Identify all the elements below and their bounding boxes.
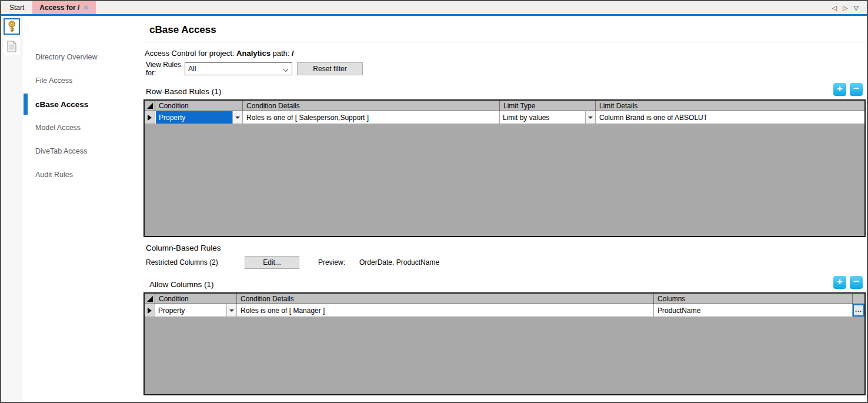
col-header-condition-details[interactable]: Condition Details — [237, 294, 654, 304]
col-header-condition-details[interactable]: Condition Details — [243, 101, 500, 111]
title-divider — [143, 42, 866, 42]
row-rules-grid: Condition Condition Details Limit Type L… — [143, 99, 866, 237]
add-allow-column-button[interactable]: + — [833, 276, 846, 289]
condition-dropdown-button[interactable] — [232, 111, 242, 124]
tab-list-icon[interactable]: ▽ — [854, 4, 859, 12]
sidebar-item-audit-rules[interactable]: Audit Rules — [22, 163, 141, 186]
tab-strip: Start Access for / ✕ ◁ ▷ ▽ — [1, 1, 867, 14]
condition-dropdown-button[interactable] — [226, 304, 236, 317]
corner-triangle-icon — [147, 296, 153, 302]
project-name: Analytics — [236, 49, 271, 58]
edit-button-label: Edit... — [263, 258, 281, 267]
limit-type-dropdown-button[interactable] — [585, 111, 595, 124]
tabstrip-spacer — [96, 1, 832, 14]
sidebar-item-cbase-access[interactable]: cBase Access — [22, 92, 141, 116]
path-value: / — [292, 49, 294, 58]
condition-value: Property — [155, 304, 226, 317]
row-rules-toolbar: + − — [833, 83, 866, 96]
col-header-more — [853, 294, 864, 304]
nav-forward-icon[interactable]: ▷ — [843, 4, 847, 12]
row-indicator[interactable] — [145, 304, 155, 317]
edit-columns-more-button[interactable]: ... — [853, 304, 864, 317]
sidebar-item-file-access[interactable]: File Access — [22, 69, 141, 92]
sidebar-item-divetab-access[interactable]: DiveTab Access — [22, 139, 141, 163]
reset-filter-button[interactable]: Reset filter — [297, 62, 363, 75]
row-rule-row: Property Roles is one of [ Salesperson,S… — [145, 111, 864, 124]
add-row-rule-button[interactable]: + — [833, 83, 846, 96]
tab-start[interactable]: Start — [1, 1, 32, 14]
sidebar-item-label: File Access — [35, 76, 72, 85]
document-icon — [6, 41, 17, 52]
app-window: Start Access for / ✕ ◁ ▷ ▽ — [0, 0, 868, 403]
access-prefix: Access Control for project: — [145, 49, 234, 58]
path-label: path: — [273, 49, 290, 58]
condition-value: Property — [156, 111, 232, 124]
reset-filter-label: Reset filter — [313, 65, 346, 73]
access-key-button[interactable] — [4, 18, 20, 35]
select-all-corner[interactable] — [145, 294, 155, 304]
allow-columns-grid-empty-area — [145, 317, 864, 394]
nav-back-icon[interactable]: ◁ — [832, 4, 837, 12]
selected-accent-bar — [24, 94, 28, 115]
sidebar-item-directory-overview[interactable]: Directory Overview — [22, 45, 141, 69]
sidebar-item-model-access[interactable]: Model Access — [22, 116, 141, 139]
tab-access-for[interactable]: Access for / ✕ — [32, 1, 95, 14]
limit-type-combo-cell[interactable]: Limit by values — [500, 111, 596, 124]
select-all-corner[interactable] — [145, 101, 155, 111]
col-header-condition[interactable]: Condition — [155, 294, 237, 304]
view-rules-value: All — [188, 65, 196, 73]
sidebar-item-label: cBase Access — [35, 100, 88, 109]
remove-row-rule-button[interactable]: − — [850, 83, 863, 96]
allow-columns-toolbar: + − — [833, 276, 866, 289]
allow-columns-title: Allow Columns (1) — [149, 280, 214, 289]
column-rules-title: Column-Based Rules — [146, 244, 866, 252]
filter-row: View Rules for: All Reset filter — [146, 62, 866, 75]
allow-columns-header-row: Allow Columns (1) + − — [149, 276, 866, 289]
row-rules-header-row: Row-Based Rules (1) + − — [146, 83, 866, 96]
condition-details-cell: Roles is one of [ Salesperson,Support ] — [243, 111, 500, 124]
limit-details-cell: Column Brand is one of ABSOLUT — [596, 111, 864, 124]
main-panel: cBase Access Access Control for project:… — [141, 16, 867, 402]
sidebar-item-label: Directory Overview — [35, 53, 98, 61]
col-header-limit-details[interactable]: Limit Details — [596, 101, 864, 111]
col-header-condition[interactable]: Condition — [155, 101, 243, 111]
close-icon[interactable]: ✕ — [83, 5, 88, 11]
view-rules-select[interactable]: All — [185, 62, 292, 75]
preview-value: OrderDate, ProductName — [359, 258, 439, 267]
row-indicator[interactable] — [145, 111, 155, 124]
dropdown-arrow-icon — [588, 116, 593, 119]
corner-triangle-icon — [147, 103, 153, 109]
view-rules-label: View Rules for: — [146, 61, 185, 77]
condition-details-cell: Roles is one of [ Manager ] — [237, 304, 654, 317]
sidebar-nav: Directory Overview File Access cBase Acc… — [22, 16, 141, 402]
tab-access-label: Access for / — [39, 4, 79, 12]
key-icon — [6, 21, 18, 32]
chevron-down-icon — [283, 66, 288, 72]
access-control-line: Access Control for project: Analytics pa… — [145, 49, 866, 58]
col-header-limit-type[interactable]: Limit Type — [500, 101, 596, 111]
condition-combo-cell[interactable]: Property — [155, 111, 243, 124]
row-indicator-icon — [148, 115, 152, 121]
document-tool-button[interactable] — [4, 38, 20, 55]
allow-columns-grid-header: Condition Condition Details Columns — [145, 294, 864, 304]
col-header-columns[interactable]: Columns — [654, 294, 853, 304]
dropdown-arrow-icon — [235, 116, 240, 119]
restricted-columns-label: Restricted Columns (2) — [146, 258, 245, 267]
preview-label: Preview: — [318, 258, 345, 267]
condition-combo-cell[interactable]: Property — [155, 304, 237, 317]
row-rules-title: Row-Based Rules (1) — [146, 87, 221, 96]
row-rules-grid-empty-area — [145, 124, 864, 236]
columns-more-cell: ... — [853, 304, 864, 317]
allow-column-row: Property Roles is one of [ Manager ] Pro… — [145, 304, 864, 317]
row-rules-grid-header: Condition Condition Details Limit Type L… — [145, 101, 864, 111]
sidebar-item-label: DiveTab Access — [35, 147, 87, 155]
sidebar-item-label: Model Access — [35, 124, 81, 132]
dropdown-arrow-icon — [229, 309, 234, 312]
page-title: cBase Access — [149, 24, 866, 36]
edit-restricted-columns-button[interactable]: Edit... — [245, 256, 299, 269]
tab-start-label: Start — [9, 4, 24, 12]
remove-allow-column-button[interactable]: − — [850, 276, 863, 289]
tab-nav-buttons: ◁ ▷ ▽ — [832, 1, 867, 14]
row-indicator-icon — [148, 308, 152, 314]
allow-columns-grid: Condition Condition Details Columns Prop… — [143, 292, 866, 395]
